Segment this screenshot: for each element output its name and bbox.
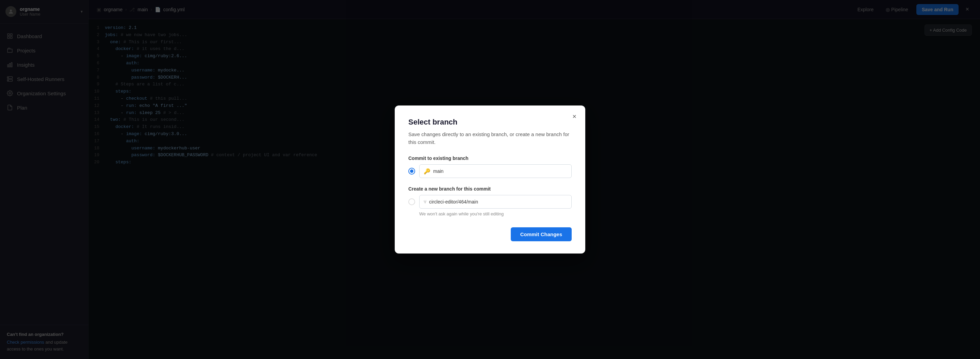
key-icon: 🔑	[424, 168, 430, 175]
existing-branch-label: Commit to existing branch	[408, 156, 572, 161]
new-branch-row: ⑂	[408, 195, 572, 209]
select-branch-modal: × Select branch Save changes directly to…	[395, 105, 585, 254]
commit-changes-button[interactable]: Commit Changes	[511, 227, 572, 241]
existing-branch-row: 🔑	[408, 164, 572, 178]
new-branch-label: Create a new branch for this commit	[408, 186, 572, 192]
existing-branch-option: Commit to existing branch 🔑	[408, 156, 572, 178]
new-branch-radio[interactable]	[408, 199, 415, 205]
existing-branch-radio[interactable]	[408, 168, 415, 175]
new-branch-hint: We won't ask again while you're still ed…	[419, 211, 572, 216]
modal-title: Select branch	[408, 118, 572, 127]
modal-subtitle: Save changes directly to an existing bra…	[408, 131, 572, 146]
new-branch-input[interactable]	[429, 199, 567, 205]
modal-footer: Commit Changes	[408, 227, 572, 241]
fork-icon: ⑂	[424, 199, 426, 205]
new-branch-input-wrapper: ⑂	[419, 195, 572, 209]
existing-branch-input-wrapper: 🔑	[419, 164, 572, 178]
modal-close-button[interactable]: ×	[569, 111, 580, 122]
modal-overlay: × Select branch Save changes directly to…	[0, 0, 980, 359]
existing-branch-input[interactable]	[433, 168, 567, 174]
new-branch-option: Create a new branch for this commit ⑂ We…	[408, 186, 572, 216]
